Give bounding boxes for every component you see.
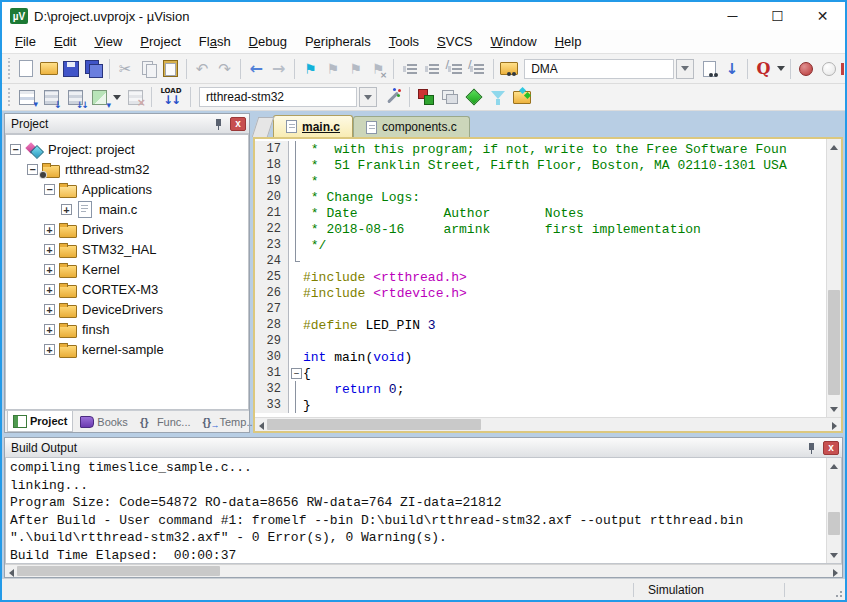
- manage-rte-icon[interactable]: [462, 85, 486, 109]
- panel-tab-project[interactable]: Project: [7, 411, 73, 432]
- collapse-icon[interactable]: −: [27, 164, 38, 175]
- menu-project[interactable]: Project: [131, 31, 189, 52]
- build-scroll-down-icon[interactable]: [827, 548, 841, 563]
- project-panel-close-button[interactable]: x: [230, 117, 246, 131]
- build-pin-icon[interactable]: [805, 441, 819, 455]
- expand-icon[interactable]: +: [44, 264, 55, 275]
- panel-tab-func[interactable]: Func...: [135, 411, 196, 432]
- cut-icon[interactable]: [114, 57, 137, 81]
- undo-icon[interactable]: [191, 57, 214, 81]
- next-bookmark-icon[interactable]: [344, 57, 367, 81]
- menu-help[interactable]: Help: [546, 31, 591, 52]
- panel-tab-temp[interactable]: Temp...: [198, 411, 261, 432]
- expand-icon[interactable]: +: [44, 284, 55, 295]
- tree-item-group-applications[interactable]: −Applications: [6, 179, 248, 199]
- build-vscroll-thumb[interactable]: [828, 512, 840, 535]
- prev-bookmark-icon[interactable]: [322, 57, 345, 81]
- code-editor[interactable]: 17 * with this program; if not, write to…: [255, 139, 826, 417]
- scroll-left-icon[interactable]: [255, 418, 267, 433]
- close-button[interactable]: ✕: [800, 2, 845, 30]
- build-icon[interactable]: [39, 85, 63, 109]
- download-icon[interactable]: LOAD: [156, 85, 186, 109]
- find-in-files-icon[interactable]: [698, 57, 721, 81]
- tree-item-target-rtthread-stm32[interactable]: −rtthread-stm32: [6, 159, 248, 179]
- toolbar-grip[interactable]: [6, 88, 12, 106]
- batch-build-icon[interactable]: [87, 85, 111, 109]
- combobox-dropdown-icon[interactable]: [359, 87, 377, 107]
- tree-item-group-drivers[interactable]: +Drivers: [6, 219, 248, 239]
- scroll-down-icon[interactable]: [827, 402, 841, 417]
- toggle-breakpoint-icon[interactable]: [795, 57, 818, 81]
- tree-item-group-stm32-hal[interactable]: +STM32_HAL: [6, 239, 248, 259]
- rebuild-icon[interactable]: [63, 85, 87, 109]
- menu-edit[interactable]: Edit: [45, 31, 85, 52]
- fold-margin[interactable]: [289, 365, 303, 381]
- search-input[interactable]: DMA: [524, 59, 674, 79]
- quick-find-caret-icon[interactable]: [775, 57, 786, 81]
- combobox-dropdown-icon[interactable]: [676, 59, 694, 79]
- save-all-icon[interactable]: [82, 57, 105, 81]
- build-horizontal-scrollbar[interactable]: [5, 564, 842, 577]
- expand-icon[interactable]: +: [44, 224, 55, 235]
- tree-item-group-kernel-sample[interactable]: +kernel-sample: [6, 339, 248, 359]
- resize-grip[interactable]: [785, 579, 845, 600]
- scroll-up-icon[interactable]: [827, 139, 841, 154]
- tree-item-file-main-c[interactable]: +main.c: [6, 199, 248, 219]
- insert-bookmark-icon[interactable]: [299, 57, 322, 81]
- redo-icon[interactable]: [213, 57, 236, 81]
- batch-build-caret-icon[interactable]: [111, 85, 123, 109]
- menu-flash[interactable]: Flash: [190, 31, 240, 52]
- expand-icon[interactable]: +: [61, 204, 72, 215]
- comment-selection-icon[interactable]: [443, 57, 466, 81]
- select-packs-icon[interactable]: [486, 85, 510, 109]
- menu-view[interactable]: View: [85, 31, 131, 52]
- tree-item-group-devicedrivers[interactable]: +DeviceDrivers: [6, 299, 248, 319]
- manage-components-icon[interactable]: [414, 85, 438, 109]
- expand-icon[interactable]: +: [44, 344, 55, 355]
- tree-item-group-finsh[interactable]: +finsh: [6, 319, 248, 339]
- expand-icon[interactable]: +: [44, 324, 55, 335]
- pack-installer-icon[interactable]: [510, 85, 534, 109]
- build-hscroll-thumb[interactable]: [17, 566, 220, 576]
- target-select-value[interactable]: rtthread-stm32: [199, 87, 357, 107]
- clear-bookmarks-icon[interactable]: [367, 57, 390, 81]
- maximize-button[interactable]: ☐: [755, 2, 800, 30]
- editor-vertical-scrollbar[interactable]: [826, 139, 841, 417]
- tree-item-group-cortex-m3[interactable]: +CORTEX-M3: [6, 279, 248, 299]
- editor-vscroll-thumb[interactable]: [828, 290, 840, 394]
- stop-build-icon[interactable]: [123, 85, 147, 109]
- menu-debug[interactable]: Debug: [240, 31, 296, 52]
- collapse-icon[interactable]: −: [10, 144, 21, 155]
- find-in-files-folder-icon[interactable]: [498, 57, 521, 81]
- save-icon[interactable]: [60, 57, 83, 81]
- toolbar-grip[interactable]: [6, 58, 12, 78]
- target-select-combobox[interactable]: rtthread-stm32: [199, 87, 377, 107]
- menu-file[interactable]: File: [6, 31, 45, 52]
- build-output-text[interactable]: compiling timeslice_sample.c...linking..…: [6, 458, 826, 563]
- file-extensions-icon[interactable]: [438, 85, 462, 109]
- build-vertical-scrollbar[interactable]: [826, 458, 841, 563]
- indent-icon[interactable]: [398, 57, 421, 81]
- build-output-close-button[interactable]: x: [823, 441, 839, 455]
- quick-find-icon[interactable]: [752, 57, 775, 81]
- navigate-forward-icon[interactable]: [267, 57, 290, 81]
- panel-tab-books[interactable]: Books: [75, 411, 133, 432]
- menu-peripherals[interactable]: Peripherals: [296, 31, 380, 52]
- editor-tab-main-c[interactable]: main.c: [273, 115, 353, 137]
- outdent-icon[interactable]: [421, 57, 444, 81]
- editor-horizontal-scrollbar[interactable]: [255, 417, 841, 431]
- search-combobox[interactable]: DMA: [524, 59, 694, 79]
- collapse-icon[interactable]: −: [44, 184, 55, 195]
- expand-icon[interactable]: +: [44, 304, 55, 315]
- editor-hscroll-thumb[interactable]: [267, 419, 481, 430]
- tree-item-group-kernel[interactable]: +Kernel: [6, 259, 248, 279]
- uncomment-selection-icon[interactable]: [466, 57, 489, 81]
- pin-icon[interactable]: [212, 117, 226, 131]
- paste-icon[interactable]: [159, 57, 182, 81]
- scroll-right-icon[interactable]: [829, 418, 841, 433]
- tree-item-project-root[interactable]: −Project: project: [6, 139, 248, 159]
- copy-icon[interactable]: [137, 57, 160, 81]
- menu-svcs[interactable]: SVCS: [428, 31, 481, 52]
- disable-all-breakpoints-icon[interactable]: [818, 57, 841, 81]
- editor-tab-components-c[interactable]: components.c: [353, 116, 470, 137]
